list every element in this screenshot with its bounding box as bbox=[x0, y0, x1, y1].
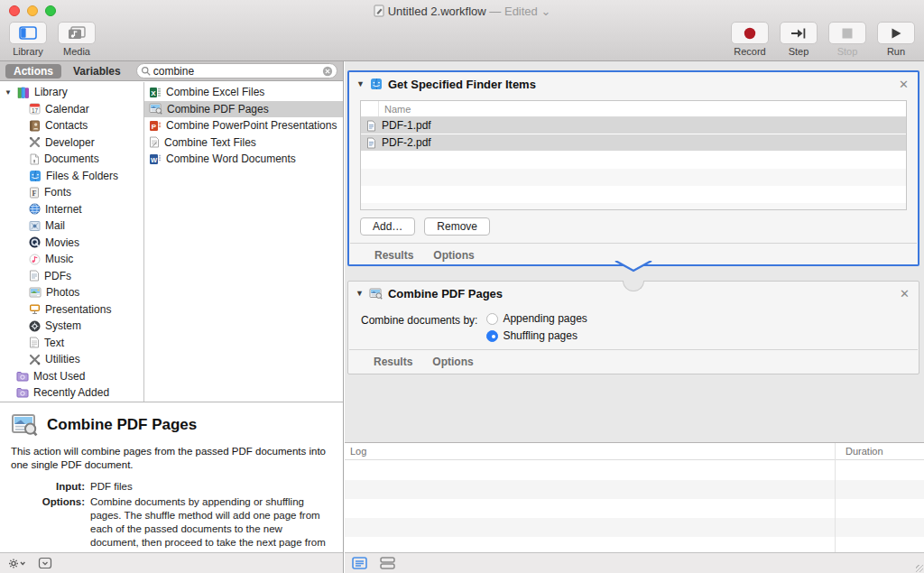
run-button[interactable]: Run bbox=[875, 22, 917, 57]
stop-button[interactable]: Stop bbox=[827, 22, 868, 57]
radio-dot-icon[interactable] bbox=[486, 313, 498, 325]
disclosure-triangle[interactable]: ▼ bbox=[356, 289, 364, 298]
log-panel: Log Duration bbox=[345, 442, 924, 552]
step-button[interactable]: Step bbox=[778, 22, 819, 57]
remove-button[interactable]: Remove bbox=[424, 217, 490, 236]
record-button[interactable]: Record bbox=[729, 22, 771, 57]
finder-icon bbox=[29, 170, 42, 182]
combine-by-label: Combine documents by: bbox=[361, 312, 477, 342]
sidebar-item-system[interactable]: System bbox=[0, 318, 143, 335]
sidebar-item-contacts[interactable]: Contacts bbox=[0, 117, 143, 134]
svg-text:W: W bbox=[151, 155, 158, 163]
pdf-file-icon bbox=[366, 137, 376, 149]
sidebar-item-documents[interactable]: Documents bbox=[0, 151, 143, 168]
fonts-icon: F bbox=[29, 187, 40, 199]
table-row-pdf-2-pdf[interactable]: PDF-2.pdf bbox=[361, 134, 906, 152]
close-icon[interactable]: ✕ bbox=[898, 288, 911, 300]
checkbox-menu-icon[interactable] bbox=[38, 557, 52, 569]
search-field[interactable] bbox=[136, 63, 337, 79]
log-column-divider[interactable] bbox=[835, 443, 836, 552]
list-view-icon[interactable] bbox=[352, 557, 367, 569]
stop-icon bbox=[841, 27, 854, 40]
duration-column-header[interactable]: Duration bbox=[836, 446, 924, 457]
log-column-header[interactable]: Log bbox=[345, 446, 836, 457]
options-tab[interactable]: Options bbox=[432, 356, 473, 368]
sidebar-item-utilities[interactable]: Utilities bbox=[0, 351, 143, 368]
sidebar-item-fonts[interactable]: FFonts bbox=[0, 184, 143, 201]
finder-items-table[interactable]: Name PDF-1.pdfPDF-2.pdf bbox=[360, 100, 907, 210]
textfile-icon bbox=[149, 136, 160, 148]
action-results-list: XCombine Excel FilesCombine PDF PagesPCo… bbox=[144, 82, 343, 402]
action-item-combine-word-documents[interactable]: WCombine Word Documents bbox=[144, 151, 343, 168]
combine-pdf-icon bbox=[369, 288, 383, 300]
results-tab[interactable]: Results bbox=[374, 356, 412, 368]
resize-grip[interactable] bbox=[916, 565, 923, 572]
sidebar-item-presentations[interactable]: Presentations bbox=[0, 301, 143, 319]
options-tab[interactable]: Options bbox=[433, 249, 474, 262]
workflow-document-icon bbox=[374, 5, 384, 17]
clear-search-icon[interactable] bbox=[322, 66, 333, 77]
sidebar-item-most-used[interactable]: Most Used bbox=[0, 368, 143, 385]
sidebar-item-files-folders[interactable]: Files & Folders bbox=[0, 168, 143, 185]
sidebar-item-pdfs[interactable]: PDFs bbox=[0, 268, 143, 285]
tab-variables[interactable]: Variables bbox=[65, 64, 129, 79]
close-icon[interactable]: ✕ bbox=[897, 79, 910, 90]
action-item-combine-pdf-pages[interactable]: Combine PDF Pages bbox=[144, 101, 343, 118]
search-input[interactable] bbox=[153, 65, 319, 78]
gear-menu-icon[interactable] bbox=[7, 558, 27, 569]
media-button[interactable]: Media bbox=[56, 22, 97, 57]
add-button[interactable]: Add… bbox=[360, 217, 415, 236]
panel-view-icon[interactable] bbox=[380, 557, 395, 569]
run-icon bbox=[890, 27, 902, 40]
table-row-empty bbox=[361, 169, 906, 186]
action-item-combine-text-files[interactable]: Combine Text Files bbox=[144, 134, 343, 152]
sidebar-item-movies[interactable]: Movies bbox=[0, 235, 143, 252]
sidebar-item-internet[interactable]: Internet bbox=[0, 201, 143, 218]
action-block-get-specified-finder-items[interactable]: ▼ Get Specified Finder Items ✕ Name PDF-… bbox=[347, 70, 919, 266]
table-header: Name bbox=[361, 101, 906, 117]
svg-text:17: 17 bbox=[32, 107, 39, 114]
disclosure-triangle[interactable]: ▼ bbox=[5, 88, 13, 97]
sidebar-item-developer[interactable]: Developer bbox=[0, 134, 143, 152]
log-row-empty bbox=[345, 480, 924, 499]
sidebar-item-calendar[interactable]: 17Calendar bbox=[0, 101, 143, 118]
table-row-pdf-1-pdf[interactable]: PDF-1.pdf bbox=[361, 117, 906, 134]
sidebar-item-mail[interactable]: Mail bbox=[0, 217, 143, 235]
radio-appending-pages[interactable]: Appending pages bbox=[486, 312, 587, 325]
step-icon bbox=[790, 27, 807, 40]
radio-dot-icon[interactable] bbox=[486, 330, 498, 342]
sidebar-item-text[interactable]: Text bbox=[0, 335, 143, 352]
utilities-icon bbox=[29, 354, 41, 365]
documents-icon bbox=[29, 153, 40, 165]
actions-variables-tabbar: ActionsVariables bbox=[0, 61, 343, 81]
radio-shuffling-pages[interactable]: Shuffling pages bbox=[486, 329, 587, 342]
library-button[interactable]: Library bbox=[7, 22, 49, 57]
disclosure-triangle[interactable]: ▼ bbox=[356, 79, 365, 88]
svg-text:F: F bbox=[32, 189, 37, 197]
sidebar-item-photos[interactable]: Photos bbox=[0, 284, 143, 301]
results-tab[interactable]: Results bbox=[374, 249, 413, 262]
action-item-combine-excel-files[interactable]: XCombine Excel Files bbox=[144, 84, 343, 101]
title-chevron-icon[interactable]: ⌄ bbox=[541, 5, 550, 18]
sidebar-item-recently-added[interactable]: Recently Added bbox=[0, 384, 143, 402]
sidebar-item-library[interactable]: ▼Library bbox=[0, 84, 143, 101]
window-title-text: Untitled 2.workflow bbox=[388, 5, 486, 18]
category-list: ▼Library17CalendarContactsDeveloperDocum… bbox=[0, 82, 144, 402]
log-row-empty bbox=[345, 518, 924, 537]
column-header-name[interactable]: Name bbox=[379, 104, 411, 115]
movies-icon bbox=[29, 236, 41, 248]
combine-pdf-icon bbox=[11, 413, 38, 437]
log-row-empty bbox=[345, 499, 924, 518]
system-icon bbox=[29, 320, 41, 332]
books-icon bbox=[17, 87, 30, 98]
tab-actions[interactable]: Actions bbox=[5, 64, 61, 79]
word-icon: W bbox=[149, 153, 162, 165]
action-block-title: Get Specified Finder Items bbox=[388, 78, 892, 91]
sidebar-item-music[interactable]: Music bbox=[0, 251, 143, 268]
action-block-combine-pdf-pages[interactable]: ▼ Combine PDF Pages ✕ Combine documents … bbox=[347, 281, 919, 374]
internet-icon bbox=[29, 203, 41, 215]
description-title: Combine PDF Pages bbox=[47, 416, 197, 434]
workflow-canvas[interactable]: ▼ Get Specified Finder Items ✕ Name PDF-… bbox=[345, 61, 924, 442]
action-item-combine-powerpoint-presentations[interactable]: PCombine PowerPoint Presentations bbox=[144, 117, 343, 134]
powerpoint-icon: P bbox=[149, 120, 162, 132]
